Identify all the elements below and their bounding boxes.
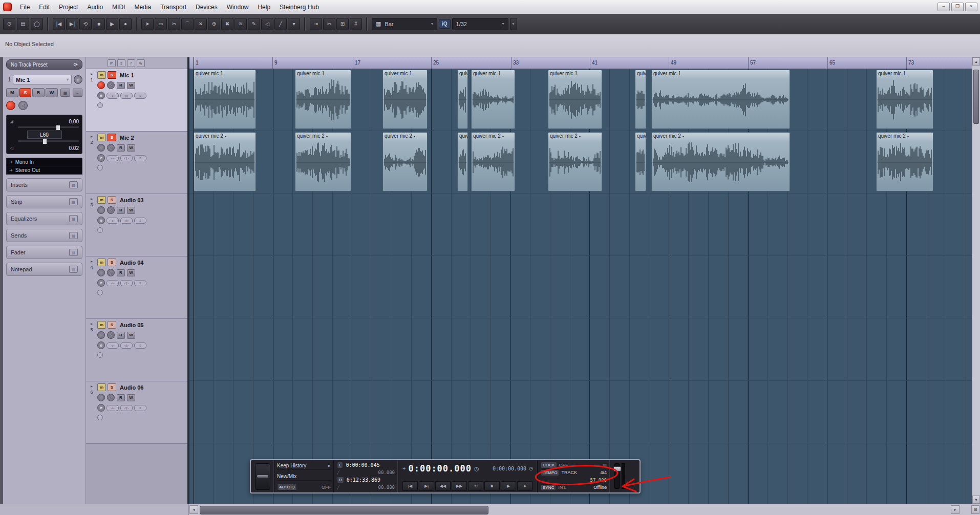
expand-arrow-icon[interactable]: ▸ bbox=[91, 134, 93, 139]
audio-clip[interactable]: quiver mic 1 bbox=[382, 70, 428, 129]
mute-button[interactable]: m bbox=[97, 383, 106, 391]
left-locator-button[interactable]: L bbox=[337, 462, 343, 468]
read-automation-button[interactable]: R bbox=[117, 144, 125, 152]
click-value[interactable]: OFF bbox=[559, 463, 568, 468]
track-row-audio-06[interactable]: ▸6mSAudio 06◁RWe-o-◁▷≡ bbox=[86, 381, 187, 444]
lane-6[interactable] bbox=[189, 381, 972, 443]
audio-clip[interactable]: quiver mic 1 bbox=[651, 70, 790, 129]
goto-next-marker-button[interactable]: ▶| bbox=[419, 481, 434, 491]
volume-slider-handle[interactable] bbox=[56, 125, 60, 131]
expand-arrow-icon[interactable]: ▸ bbox=[91, 259, 93, 264]
pan-slider-handle[interactable] bbox=[42, 139, 47, 144]
menu-item-edit[interactable]: Edit bbox=[34, 1, 54, 14]
minimize-button[interactable]: – bbox=[938, 3, 950, 11]
write-automation-button[interactable]: W bbox=[127, 144, 135, 152]
scroll-up-button[interactable]: ▲ bbox=[972, 57, 980, 66]
write-automation-button[interactable]: W bbox=[127, 269, 135, 276]
edit-channel-button[interactable]: e bbox=[97, 279, 105, 287]
expand-arrow-icon[interactable]: ▸ bbox=[91, 321, 93, 326]
draw-tool[interactable]: ✎ bbox=[248, 18, 260, 30]
channel-settings-button[interactable]: ▦ bbox=[60, 89, 70, 97]
auto-crossfade-button[interactable]: ✂ bbox=[323, 18, 335, 30]
audio-clip[interactable]: quiver mic 2 - bbox=[635, 132, 646, 191]
close-button[interactable]: × bbox=[965, 3, 977, 11]
quantize-menu-button[interactable]: ▾ bbox=[510, 18, 517, 30]
menu-item-window[interactable]: Window bbox=[222, 1, 253, 14]
expand-arrow-icon[interactable]: ▸ bbox=[91, 72, 93, 76]
monitor-button[interactable]: ◁ bbox=[107, 331, 115, 339]
sends-state-button[interactable]: ≡ bbox=[134, 218, 146, 224]
audio-clip[interactable]: quiver mic 2 - bbox=[194, 132, 256, 191]
transport-jog-section[interactable] bbox=[251, 460, 274, 492]
mute-button[interactable]: m bbox=[97, 196, 106, 204]
record-button[interactable]: ● bbox=[119, 18, 132, 30]
range-selection-tool[interactable]: ▭ bbox=[155, 18, 167, 30]
record-enable-button[interactable] bbox=[97, 394, 105, 401]
edit-channel-button[interactable]: e bbox=[97, 404, 105, 412]
restore-button[interactable]: ❐ bbox=[951, 3, 964, 11]
time-signature[interactable]: 4/4 bbox=[600, 470, 607, 475]
write-automation-button[interactable]: W bbox=[127, 332, 135, 339]
monitor-button[interactable]: ◁ bbox=[107, 269, 115, 276]
lane-3[interactable] bbox=[189, 194, 972, 256]
monitor-button[interactable]: ◁ bbox=[107, 206, 115, 214]
constrain-delay-compensation-button[interactable]: ◯ bbox=[31, 18, 43, 30]
click-level-icon[interactable]: ▥ bbox=[603, 463, 607, 467]
monitor-button[interactable]: ◁ bbox=[107, 81, 115, 89]
audio-clip[interactable]: quiver mic 1 bbox=[635, 70, 646, 129]
menu-item-project[interactable]: Project bbox=[54, 1, 82, 14]
primary-time-display[interactable]: 0:00:00.000 bbox=[408, 463, 472, 474]
record-enable-button[interactable] bbox=[97, 331, 105, 339]
click-button[interactable]: CLICK bbox=[541, 462, 557, 468]
lane-1[interactable]: quiver mic 1quiver mic 1quiver mic 1quiv… bbox=[189, 69, 972, 131]
record-enable-button[interactable] bbox=[97, 81, 105, 89]
inserts-state-button[interactable]: -o- bbox=[106, 342, 119, 349]
audio-clip[interactable]: quiver mic 2 - bbox=[457, 132, 468, 191]
lane-5[interactable] bbox=[189, 318, 972, 381]
color-tool[interactable]: ▾ bbox=[288, 18, 300, 30]
inserts-state-button[interactable]: -o- bbox=[106, 280, 119, 286]
menu-item-transport[interactable]: Transport bbox=[156, 1, 191, 14]
solo-button[interactable]: S bbox=[108, 321, 116, 329]
audio-clip[interactable]: quiver mic 1 bbox=[471, 70, 515, 129]
output-level-fader[interactable] bbox=[614, 463, 620, 489]
record-mix-mode[interactable]: New/Mix bbox=[277, 473, 331, 481]
audio-clip[interactable]: quiver mic 1 bbox=[457, 70, 468, 129]
activate-project-button[interactable]: ⊙ bbox=[3, 18, 15, 30]
track-row-audio-04[interactable]: ▸4mSAudio 04◁RWe-o-◁▷≡ bbox=[86, 256, 187, 319]
m-state-button[interactable]: M bbox=[6, 88, 18, 97]
inserts-state-button[interactable]: -o- bbox=[106, 218, 119, 224]
erase-tool[interactable]: ✕ bbox=[195, 18, 207, 30]
menu-item-midi[interactable]: MIDI bbox=[108, 1, 130, 14]
inspector-section-equalizers[interactable]: Equalizers▤ bbox=[6, 212, 82, 225]
cycle-button[interactable]: ⟲ bbox=[468, 481, 483, 491]
eq-state-button[interactable]: ◁▷ bbox=[120, 280, 133, 286]
goto-next-marker-button[interactable]: ▶| bbox=[66, 18, 78, 30]
tempo-button[interactable]: TEMPO bbox=[541, 469, 559, 476]
goto-previous-marker-button[interactable]: |◀ bbox=[402, 481, 418, 491]
pan-value[interactable]: L60 bbox=[27, 131, 62, 139]
track-name[interactable]: Audio 03 bbox=[120, 197, 143, 203]
vertical-scrollbar-thumb[interactable] bbox=[973, 70, 979, 124]
mute-button[interactable]: m bbox=[97, 71, 106, 79]
glue-tool[interactable]: ⌒ bbox=[181, 18, 194, 30]
output-level-fader-handle[interactable] bbox=[613, 466, 621, 471]
eq-state-button[interactable]: ◁▷ bbox=[120, 342, 133, 349]
object-selection-tool[interactable]: ➤ bbox=[141, 18, 154, 30]
edit-channel-button[interactable]: e bbox=[97, 92, 105, 99]
horizontal-scrollbar-thumb[interactable] bbox=[200, 506, 488, 514]
edit-channel-button[interactable]: e bbox=[97, 154, 105, 162]
sends-state-button[interactable]: ≡ bbox=[134, 155, 146, 161]
audio-clip[interactable]: quiver mic 2 - bbox=[382, 132, 428, 191]
inserts-state-button[interactable]: -o- bbox=[106, 155, 119, 161]
track-name-field[interactable]: Mic 1 ▾ bbox=[13, 75, 72, 84]
track-row-audio-05[interactable]: ▸5mSAudio 05◁RWe-o-◁▷≡ bbox=[86, 319, 187, 381]
audio-clip[interactable]: quiver mic 2 - bbox=[295, 132, 351, 191]
record-enable-button[interactable] bbox=[97, 269, 105, 276]
play-button[interactable]: ▶ bbox=[106, 18, 118, 30]
comp-tool[interactable]: ≋ bbox=[235, 18, 247, 30]
audio-clip[interactable]: quiver mic 1 bbox=[876, 70, 933, 129]
volume-slider[interactable] bbox=[18, 126, 79, 128]
audio-clip[interactable]: quiver mic 1 bbox=[548, 70, 602, 129]
track-preset-selector[interactable]: No Track Preset ⟳ bbox=[6, 59, 82, 70]
